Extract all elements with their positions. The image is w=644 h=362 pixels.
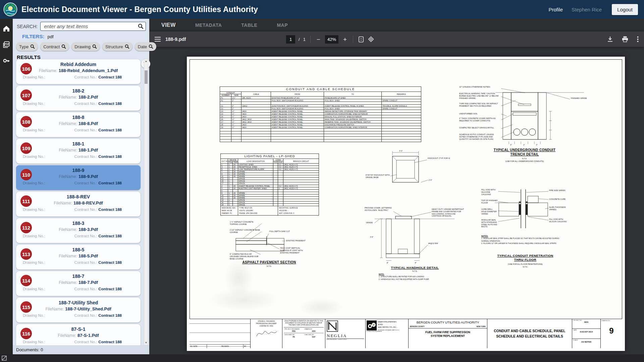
filename-value: 188-8.Pdf <box>78 121 98 126</box>
fit-page-icon[interactable] <box>358 36 364 43</box>
filter-chip[interactable]: Type <box>16 42 38 51</box>
filename-label: FileName: <box>59 121 77 126</box>
scroll-down-arrow[interactable]: ▼ <box>144 341 148 345</box>
result-title: 188-8-REV <box>16 192 141 199</box>
annotation-label: FINISHED GRADE <box>571 97 598 100</box>
key-icon[interactable] <box>3 57 10 64</box>
list-item[interactable]: 111 188-8-REV FileName:188-8-REV.Pdf Dra… <box>16 192 141 217</box>
page-separator: / <box>299 37 300 42</box>
result-number-badge: 108 <box>20 116 32 127</box>
list-item[interactable]: 106 Rebid Addedum FileName:188-Rebid_Add… <box>16 59 141 84</box>
svg-text:8″: 8″ <box>415 262 417 264</box>
pdf-document-icon[interactable]: PDF <box>3 41 10 48</box>
drawing-no-label: Drawing No.: <box>23 128 45 132</box>
print-icon[interactable] <box>622 36 628 42</box>
annotation-label: 2 1/2″ ASPHALT CONCRETE BASE COURSE <box>230 229 261 234</box>
filter-chip[interactable]: Contract <box>40 42 69 51</box>
home-icon[interactable] <box>3 25 10 32</box>
search-input[interactable] <box>40 22 146 31</box>
sidebar: SEARCH: FILTERS: pdf Type Contract <box>13 19 149 354</box>
svg-text:3″: 3″ <box>536 144 538 146</box>
search-icon <box>30 44 35 49</box>
scrollbar-thumb[interactable] <box>145 70 148 84</box>
contract-no-value: Contract 188 <box>98 287 122 291</box>
filename-label: FileName: <box>58 333 76 338</box>
annotation-label: MODULAR SEAL WITH STAINLESS STEEL NUTS A… <box>481 219 498 228</box>
annotation-label: PROVIDE COVER, LETTERING AS FOLLOWS: “EL… <box>365 207 393 212</box>
asphalt-pavement-detail: 1 ½″ ASPHALT CONCRETE TOPPING COURSE 2 1… <box>230 221 309 273</box>
icon-rail: PDF <box>0 19 13 354</box>
list-item[interactable]: 112 188-3 FileName:188-3.Pdf Drawing No.… <box>16 218 141 243</box>
result-number-badge: 109 <box>20 142 32 154</box>
sidebar-toggle-icon[interactable] <box>155 37 161 42</box>
list-item[interactable]: 109 188-1 FileName:188-1.Pdf Drawing No.… <box>16 139 141 164</box>
scroll-up-arrow[interactable]: ▲ <box>144 59 148 63</box>
contract-no-value: Contract 188 <box>98 181 122 185</box>
zoom-level[interactable]: 42% <box>325 35 338 44</box>
list-item[interactable]: 116 87-S-1 FileName:87-S-1.Pdf Drawing N… <box>16 324 141 345</box>
list-item[interactable]: 110 188-9 FileName:188-9.Pdf Drawing No.… <box>16 165 141 190</box>
result-number-badge: 113 <box>20 248 32 260</box>
app-footer-icon[interactable] <box>2 356 7 361</box>
contract-no-value: Contract 188 <box>98 340 122 344</box>
open-filename: 188-9.pdf <box>165 37 186 42</box>
contract-no-label: Contract No.: <box>74 234 97 238</box>
tab[interactable]: VIEW <box>161 22 176 28</box>
results-list: ▲ ▼ 106 Rebid Addedum FileName:188-Rebid… <box>13 59 149 345</box>
annotation-label: TACK COAT VERTICAL SURFACE AT JOINT WITH… <box>280 247 308 254</box>
result-title: 188-5 <box>16 245 141 252</box>
drawing-no-label: Drawing No.: <box>23 287 45 291</box>
drawing-no-label: Drawing No.: <box>23 234 45 238</box>
list-item[interactable]: 107 188-2 FileName:188-2.Pdf Drawing No.… <box>16 86 141 111</box>
filename-label: FileName: <box>46 307 64 311</box>
drawing-no-label: Drawing No.: <box>23 102 45 106</box>
profile-link[interactable]: Profile <box>549 7 563 12</box>
results-scrollbar[interactable]: ▲ ▼ <box>144 59 148 345</box>
logout-button[interactable]: Logout <box>612 4 638 15</box>
list-item[interactable]: 113 188-5 FileName:188-5.Pdf Drawing No.… <box>16 245 141 269</box>
svg-text:3′-5″: 3′-5″ <box>370 236 373 238</box>
annotation-label: 6″ COMPACTED RCA OR CRUSHED GRAVEL BLEND… <box>230 253 261 260</box>
search-icon <box>61 44 66 49</box>
pdf-viewport[interactable]: CONDUIT AND CABLE SCHEDULE CONDUIT CABLE… <box>149 47 644 354</box>
filter-chip[interactable]: Structure <box>102 42 132 51</box>
annotation-label: FULL DEPTH SAW CUT <box>269 230 293 233</box>
filter-chip[interactable]: Drawing <box>71 42 100 51</box>
search-icon <box>149 44 153 49</box>
result-title: 188-9 <box>16 165 141 173</box>
pdf-toolbar: 188-9.pdf 1 / 1 − 42% + <box>149 32 644 47</box>
tab[interactable]: MAP <box>277 22 288 28</box>
filename-value: 188-7-Utility_Shed.Pdf <box>65 306 111 311</box>
more-options-icon[interactable] <box>637 36 639 42</box>
list-item[interactable]: 108 188-8 FileName:188-8.Pdf Drawing No.… <box>16 112 141 137</box>
tab[interactable]: TABLE <box>241 22 257 28</box>
zoom-out-button[interactable]: − <box>315 36 322 43</box>
list-item[interactable]: 114 188-7 FileName:188-7.Pdf Drawing No.… <box>16 271 141 296</box>
drawing-number-block: DRAWING NO. 9 <box>601 319 622 348</box>
rotate-icon[interactable] <box>368 36 374 43</box>
detail-title: ASPHALT PAVEMENT SECTION <box>230 260 309 265</box>
annotation-label: UNDISTURBED SOIL <box>459 113 500 115</box>
contract-no-label: Contract No.: <box>74 260 97 264</box>
contract-no-value: Contract 188 <box>98 207 122 212</box>
annotation-label: SLAB (THICKNESS VARIES) <box>549 206 569 211</box>
list-item[interactable]: 115 188-7-Utility Shed FileName:188-7-Ut… <box>16 298 141 322</box>
search-icon[interactable] <box>138 23 144 29</box>
tab-bar: VIEW METADATA TABLE MAP <box>149 19 644 32</box>
page-number-input[interactable]: 1 <box>286 35 295 44</box>
result-title: 87-S-1 <box>16 324 141 332</box>
page-total: 1 <box>303 37 306 42</box>
drawing-no-label: Drawing No.: <box>23 313 45 317</box>
annotation-label: COMPACTED SELECT GRANULAR FILL <box>459 127 500 129</box>
filter-chip[interactable]: Date <box>135 42 156 51</box>
main-panel: VIEW METADATA TABLE MAP 188-9.pdf 1 / 1 … <box>149 19 644 354</box>
download-icon[interactable] <box>607 36 613 42</box>
result-number-badge: 114 <box>20 275 32 286</box>
contract-no-label: Contract No.: <box>74 313 97 317</box>
annotation-label: CONCRETE CURB <box>549 198 569 200</box>
detail-title: TYPICAL HANDHOLE DETAIL <box>365 266 465 270</box>
filename-label: FileName: <box>59 280 77 285</box>
bcua-logo-icon <box>3 2 17 16</box>
zoom-in-button[interactable]: + <box>342 36 348 43</box>
tab[interactable]: METADATA <box>195 22 222 28</box>
